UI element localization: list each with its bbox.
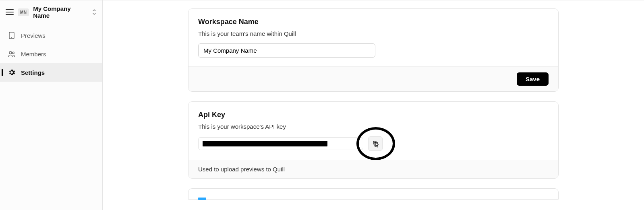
- next-card-partial: [188, 188, 559, 200]
- sidebar-item-label: Members: [21, 51, 46, 58]
- api-key-footer-text: Used to upload previews to Quill: [198, 166, 285, 173]
- api-key-title: Api Key: [198, 111, 549, 119]
- save-button[interactable]: Save: [517, 72, 549, 86]
- gear-icon: [8, 69, 15, 76]
- workspace-title: Workspace Name: [198, 18, 549, 26]
- menu-toggle[interactable]: [6, 8, 14, 16]
- api-key-card: Api Key This is your workspace's API key: [188, 101, 559, 179]
- main-content: Workspace Name This is your team's name …: [103, 0, 644, 210]
- org-name: My Company Name: [33, 5, 88, 19]
- workspace-name-input[interactable]: [198, 43, 375, 58]
- org-switcher[interactable]: [92, 9, 97, 15]
- api-key-description: This is your workspace's API key: [198, 123, 549, 130]
- sidebar-item-label: Previews: [21, 32, 46, 39]
- workspace-description: This is your team's name within Quill: [198, 30, 549, 37]
- copy-api-key-button[interactable]: [368, 136, 383, 151]
- svg-point-2: [9, 51, 12, 54]
- device-icon: [8, 32, 15, 39]
- org-badge: MN: [18, 8, 29, 16]
- sidebar-item-settings[interactable]: Settings: [0, 63, 102, 82]
- users-icon: [8, 50, 15, 58]
- sidebar: MN My Company Name Previews: [0, 0, 103, 210]
- sidebar-nav: Previews Members: [0, 26, 102, 82]
- partial-content-indicator: [198, 198, 206, 200]
- api-key-masked: [203, 141, 327, 146]
- svg-rect-4: [374, 142, 378, 146]
- copy-icon: [372, 140, 379, 147]
- sidebar-item-members[interactable]: Members: [0, 45, 102, 63]
- api-key-field[interactable]: [198, 137, 363, 150]
- sidebar-item-previews[interactable]: Previews: [0, 26, 102, 45]
- workspace-name-card: Workspace Name This is your team's name …: [188, 8, 559, 92]
- sidebar-item-label: Settings: [21, 69, 45, 76]
- svg-point-3: [12, 52, 14, 54]
- sidebar-header: MN My Company Name: [0, 0, 102, 24]
